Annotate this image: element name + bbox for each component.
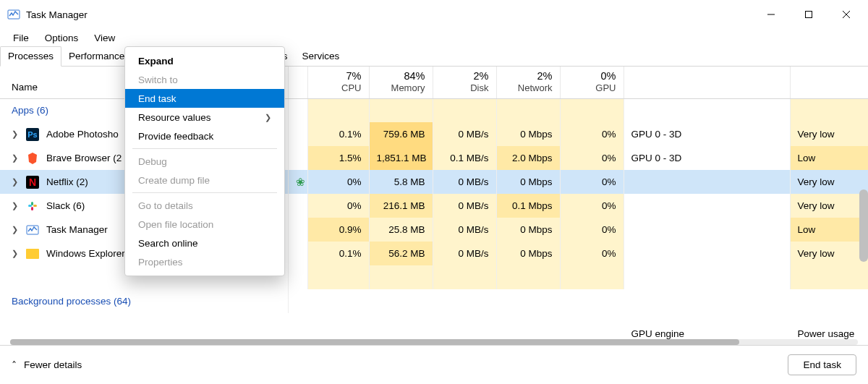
leaf-icon: ❀ [296, 176, 305, 188]
end-task-button[interactable]: End task [788, 354, 856, 375]
cell-power: Very low [790, 242, 868, 265]
process-name: Windows Explorer [46, 248, 125, 259]
cell-gpu-engine: GPU 0 - 3D [624, 146, 790, 170]
cm-debug: Debug [125, 152, 284, 171]
maximize-button[interactable] [790, 1, 827, 27]
cell-gpu: 0% [560, 146, 624, 170]
cell-memory: 56.2 MB [369, 242, 433, 265]
fewer-details-toggle[interactable]: ˄ Fewer details [12, 359, 82, 371]
cell-cpu: 0.1% [307, 242, 369, 265]
cm-resource-values[interactable]: Resource values❯ [125, 108, 284, 127]
cell-gpu: 0% [560, 170, 624, 194]
cm-go-to-details: Go to details [125, 196, 284, 215]
process-name: Slack (6) [46, 200, 85, 211]
column-memory[interactable]: 84%Memory [369, 67, 433, 98]
cell-memory: 25.8 MB [369, 218, 433, 242]
svg-rect-2 [806, 12, 812, 18]
cell-network: 0 Mbps [496, 242, 560, 265]
column-disk[interactable]: 2%Disk [433, 67, 496, 98]
app-icon: N [26, 176, 39, 189]
column-status[interactable] [288, 67, 307, 98]
cell-disk: 0 MB/s [433, 170, 496, 194]
cell-power: Very low [790, 170, 868, 194]
cm-create-dump: Create dump file [125, 171, 284, 189]
column-gpu[interactable]: 0%GPU [560, 67, 624, 98]
cell-gpu-engine [624, 194, 790, 218]
chevron-right-icon[interactable]: ❯ [12, 153, 19, 163]
cell-gpu: 0% [560, 242, 624, 265]
chevron-right-icon[interactable]: ❯ [12, 177, 19, 187]
cell-network: 0 Mbps [496, 170, 560, 194]
titlebar: Task Manager [0, 0, 868, 29]
vertical-scrollbar[interactable] [859, 189, 868, 262]
cell-cpu: 0% [307, 170, 369, 194]
cell-memory: 1,851.1 MB [369, 146, 433, 170]
cell-gpu: 0% [560, 194, 624, 218]
chevron-right-icon: ❯ [265, 113, 271, 122]
chevron-right-icon[interactable]: ❯ [12, 225, 19, 234]
app-icon [26, 223, 39, 236]
process-name: Task Manager [46, 224, 108, 235]
menu-options[interactable]: Options [38, 31, 86, 45]
footer: ˄ Fewer details End task [0, 345, 868, 384]
cell-memory: 759.6 MB [369, 122, 433, 146]
chevron-right-icon[interactable]: ❯ [12, 129, 19, 139]
close-button[interactable] [827, 1, 865, 27]
cell-network: 2.0 Mbps [496, 146, 560, 170]
cell-power: Very low [790, 194, 868, 218]
cell-disk: 0 MB/s [433, 218, 496, 242]
cell-memory: 5.8 MB [369, 170, 433, 194]
cm-provide-feedback[interactable]: Provide feedback [125, 127, 284, 145]
cell-cpu: 0.1% [307, 122, 369, 146]
minimize-button[interactable] [752, 1, 790, 27]
process-name: Adobe Photosho [46, 129, 119, 140]
cm-expand[interactable]: Expand [125, 51, 284, 70]
process-name: Brave Browser (2 [46, 153, 122, 163]
cell-disk: 0 MB/s [433, 242, 496, 265]
cell-gpu: 0% [560, 218, 624, 242]
column-power[interactable]: Power usage [790, 67, 868, 98]
svg-rect-6 [33, 205, 37, 207]
app-icon [26, 249, 39, 259]
section-background[interactable]: Background processes (64) [0, 289, 288, 313]
cell-cpu: 0.9% [307, 218, 369, 242]
cell-cpu: 1.5% [307, 146, 369, 170]
process-name: Netflix (2) [46, 176, 88, 187]
chevron-right-icon[interactable]: ❯ [12, 249, 19, 258]
cm-properties: Properties [125, 252, 284, 271]
column-cpu[interactable]: 7%CPU [307, 67, 369, 98]
app-icon [26, 200, 39, 213]
cm-open-file-location: Open file location [125, 215, 284, 234]
window-title: Task Manager [26, 9, 88, 20]
horizontal-scrollbar[interactable] [10, 339, 858, 345]
cell-network: 0.1 Mbps [496, 194, 560, 218]
cell-memory: 216.1 MB [369, 194, 433, 218]
cell-gpu: 0% [560, 122, 624, 146]
cm-search-online[interactable]: Search online [125, 234, 284, 252]
menu-file[interactable]: File [6, 31, 36, 45]
chevron-right-icon[interactable]: ❯ [12, 201, 19, 210]
task-manager-icon [7, 8, 20, 21]
svg-rect-7 [31, 202, 33, 205]
cell-gpu-engine [624, 218, 790, 242]
cell-power: Very low [790, 122, 868, 146]
menu-view[interactable]: View [87, 31, 122, 45]
tab-services[interactable]: Services [294, 47, 346, 66]
column-network[interactable]: 2%Network [496, 67, 560, 98]
cell-gpu-engine [624, 242, 790, 265]
app-icon [26, 152, 39, 165]
cell-network: 0 Mbps [496, 122, 560, 146]
tab-performance[interactable]: Performance [61, 47, 132, 66]
cell-disk: 0.1 MB/s [433, 146, 496, 170]
horizontal-scrollbar-thumb[interactable] [10, 339, 739, 345]
context-menu: Expand Switch to End task Resource value… [124, 46, 285, 276]
tab-processes[interactable]: Processes [0, 46, 61, 67]
cell-network: 0 Mbps [496, 218, 560, 242]
cell-gpu-engine [624, 170, 790, 194]
column-gpu-engine[interactable]: GPU engine [624, 67, 790, 98]
cm-end-task[interactable]: End task [125, 89, 284, 108]
cell-disk: 0 MB/s [433, 122, 496, 146]
cell-gpu-engine: GPU 0 - 3D [624, 122, 790, 146]
menubar: File Options View [0, 29, 868, 46]
cm-switch-to: Switch to [125, 70, 284, 89]
